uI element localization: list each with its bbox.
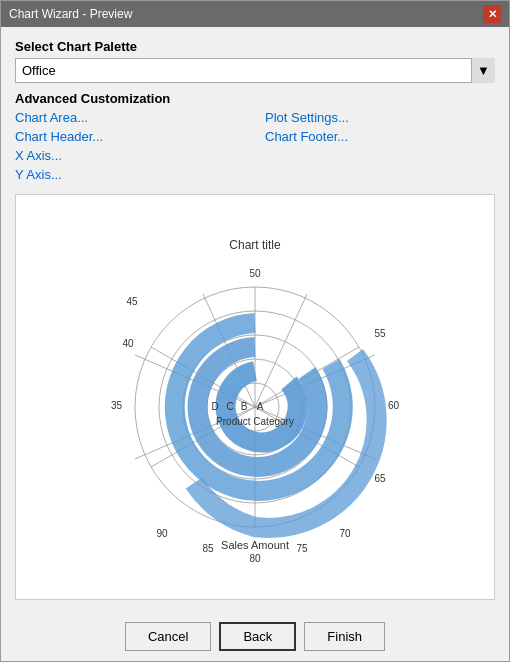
- chart-wizard-window: Chart Wizard - Preview ✕ Select Chart Pa…: [0, 0, 510, 662]
- svg-text:D: D: [211, 401, 218, 412]
- svg-text:50: 50: [249, 268, 261, 279]
- title-bar: Chart Wizard - Preview ✕: [1, 1, 509, 27]
- chart-footer-link[interactable]: Chart Footer...: [265, 129, 495, 144]
- y-axis-link[interactable]: Y Axis...: [15, 167, 245, 182]
- palette-select-wrapper: Office Default Custom ▼: [15, 58, 495, 83]
- svg-text:B: B: [241, 401, 248, 412]
- main-content: Select Chart Palette Office Default Cust…: [1, 27, 509, 612]
- chart-svg: Chart title: [40, 227, 470, 567]
- chart-header-link[interactable]: Chart Header...: [15, 129, 245, 144]
- svg-text:90: 90: [156, 528, 168, 539]
- finish-button[interactable]: Finish: [304, 622, 385, 651]
- svg-text:85: 85: [202, 543, 214, 554]
- links-grid: Chart Area... Plot Settings... Chart Hea…: [15, 110, 495, 182]
- advanced-label: Advanced Customization: [15, 91, 495, 106]
- svg-text:C: C: [226, 401, 233, 412]
- advanced-section: Advanced Customization Chart Area... Plo…: [15, 91, 495, 182]
- palette-select[interactable]: Office Default Custom: [15, 58, 495, 83]
- svg-text:45: 45: [126, 296, 138, 307]
- chart-preview: Chart title: [15, 194, 495, 600]
- svg-text:35: 35: [111, 400, 123, 411]
- back-button[interactable]: Back: [219, 622, 296, 651]
- svg-text:40: 40: [122, 338, 134, 349]
- svg-text:60: 60: [388, 400, 400, 411]
- chart-title: Chart title: [229, 238, 281, 252]
- svg-text:75: 75: [296, 543, 308, 554]
- footer-buttons: Cancel Back Finish: [1, 612, 509, 661]
- plot-settings-link[interactable]: Plot Settings...: [265, 110, 495, 125]
- svg-text:70: 70: [339, 528, 351, 539]
- svg-text:A: A: [257, 401, 264, 412]
- chart-area-link[interactable]: Chart Area...: [15, 110, 245, 125]
- svg-text:Product Category: Product Category: [216, 416, 294, 427]
- window-title: Chart Wizard - Preview: [9, 7, 132, 21]
- svg-text:65: 65: [374, 473, 386, 484]
- close-button[interactable]: ✕: [483, 5, 501, 23]
- svg-text:55: 55: [374, 328, 386, 339]
- svg-text:80: 80: [249, 553, 261, 564]
- svg-text:Sales Amount: Sales Amount: [221, 539, 289, 551]
- x-axis-link[interactable]: X Axis...: [15, 148, 245, 163]
- palette-label: Select Chart Palette: [15, 39, 495, 54]
- palette-section: Select Chart Palette Office Default Cust…: [15, 39, 495, 83]
- cancel-button[interactable]: Cancel: [125, 622, 211, 651]
